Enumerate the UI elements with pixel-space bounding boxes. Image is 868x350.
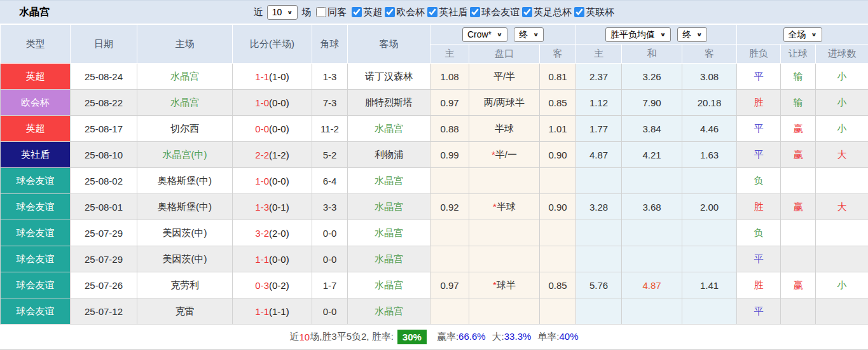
league-checkbox[interactable]	[574, 7, 584, 17]
win-rate-badge: 30%	[397, 330, 427, 344]
summary-recent-label: 近	[289, 331, 299, 343]
match-date: 25-07-29	[71, 220, 137, 246]
ah-home-odds: 0.88	[431, 116, 469, 142]
league-checkbox[interactable]	[470, 7, 480, 17]
away-cell: 腓特烈斯塔	[348, 90, 431, 116]
subcol-ah-line: 盘口	[469, 45, 540, 64]
match-row: 球会友谊25-07-29美因茨(中)1-1(0-0)0-0水晶宫平	[1, 246, 868, 272]
league-badge: 球会友谊	[1, 298, 71, 325]
stat-value: 66.6%	[458, 331, 486, 342]
odds-away	[682, 246, 737, 272]
league-badge: 球会友谊	[1, 194, 71, 220]
goals-result-cell: 小	[816, 272, 868, 298]
odds-status-select[interactable]: 终 ∨	[677, 27, 707, 42]
summary-bar: 近 10 场,胜3平5负2, 胜率: 30% 赢率:66.6%大:33.3%单率…	[0, 325, 868, 350]
ah-result-cell: 赢	[781, 194, 816, 220]
home-team-name: 奥格斯堡(中)	[158, 175, 212, 186]
subcol-odds-home: 主	[576, 45, 622, 64]
corners-cell: 0-0	[312, 246, 348, 272]
away-team-name: 水晶宫	[375, 123, 403, 134]
result-cell: 平	[737, 64, 781, 90]
league-checkbox[interactable]	[522, 7, 532, 17]
home-team-name: 克劳利	[170, 279, 199, 290]
same-venue-checkbox[interactable]	[316, 7, 326, 17]
home-cell: 奥格斯堡(中)	[137, 194, 233, 220]
result-cell: 胜	[737, 90, 781, 116]
ah-away-odds	[540, 168, 576, 194]
match-count-select[interactable]: 10 ∨	[267, 5, 298, 20]
home-team-name: 水晶宫	[170, 71, 199, 81]
bookmaker-status-value: 终	[519, 29, 528, 40]
half-time-score: (1-2)	[269, 150, 289, 160]
ah-home-odds	[431, 298, 469, 325]
goals-result-cell	[816, 298, 868, 325]
odds-away	[682, 220, 737, 246]
score-cell: 0-3(0-2)	[233, 272, 312, 298]
scope-select[interactable]: 全场 ∨	[783, 27, 822, 42]
ah-result-text: 赢	[794, 279, 803, 290]
league-checkbox[interactable]	[385, 7, 395, 17]
corners-cell: 11-2	[312, 116, 348, 142]
odds-draw	[622, 246, 682, 272]
ah-home-odds	[431, 220, 469, 246]
result-text: 胜	[754, 97, 764, 108]
ah-result-text: 输	[794, 71, 803, 81]
half-time-score: (1-1)	[269, 306, 289, 317]
score-cell: 3-2(2-0)	[233, 220, 312, 246]
odds-away: 1.41	[682, 272, 737, 298]
match-row: 欧会杯25-08-22水晶宫1-0(0-0)7-3腓特烈斯塔0.97两/两球半0…	[1, 90, 868, 116]
half-time-score: (0-0)	[269, 97, 289, 108]
bookmaker-status-select[interactable]: 终 ∨	[514, 27, 544, 42]
result-text: 负	[754, 175, 764, 186]
result-text: 平	[754, 123, 764, 134]
matches-label: 场	[301, 6, 311, 18]
league-checkbox[interactable]	[352, 7, 362, 17]
league-label: 英联杯	[586, 6, 614, 18]
odds-away: 2.00	[682, 194, 737, 220]
odds-avg-select[interactable]: 胜平负均值 ∨	[605, 27, 671, 42]
half-time-score: (0-0)	[269, 176, 289, 186]
ah-line-cell: *球半	[469, 272, 540, 298]
ah-line-cell	[469, 220, 540, 246]
ah-line-cell: 平/半	[469, 64, 540, 90]
match-row: 球会友谊25-08-02奥格斯堡(中)1-0(0-0)6-4水晶宫负	[1, 168, 868, 194]
result-text: 胜	[754, 201, 764, 212]
league-label: 英社盾	[439, 6, 467, 18]
col-header-type: 类型	[1, 25, 71, 64]
away-cell: 水晶宫	[348, 298, 431, 325]
result-text: 平	[754, 71, 764, 81]
col-header-score: 比分(半场)	[233, 25, 312, 64]
odds-home: 1.12	[576, 90, 622, 116]
home-cell: 水晶宫	[137, 64, 233, 90]
away-team-name: 诺丁汉森林	[365, 71, 413, 81]
bookmaker-select[interactable]: Crow* ∨	[462, 27, 507, 42]
odds-draw: 3.26	[622, 64, 682, 90]
league-label: 欧会杯	[396, 6, 425, 18]
score-cell: 0-0(0-0)	[233, 116, 312, 142]
ah-line-cell: *半/一	[469, 142, 540, 168]
handicap-line-text: 半球	[497, 201, 516, 212]
away-cell: 水晶宫	[348, 116, 431, 142]
handicap-group-header: Crow* ∨ 终 ∨	[431, 25, 576, 45]
odds-status-value: 终	[682, 29, 691, 40]
league-checkbox[interactable]	[427, 7, 437, 17]
match-row: 英超25-08-17切尔西0-0(0-0)11-2水晶宫0.88半球1.011.…	[1, 116, 868, 142]
league-label: 英超	[363, 6, 382, 18]
page: 水晶宫 近 10 ∨ 场 同客 英超欧会杯英社盾球会友谊英足总杯英联杯 类型	[0, 0, 868, 350]
full-time-score: 0-0	[255, 123, 269, 134]
odds-away: 3.08	[682, 64, 737, 90]
away-team-name: 水晶宫	[375, 305, 403, 316]
match-rows: 英超25-08-24水晶宫1-1(1-0)1-3诺丁汉森林1.08平/半0.81…	[1, 64, 868, 325]
odds-home	[576, 298, 622, 325]
result-text: 平	[754, 149, 764, 160]
league-badge: 英社盾	[1, 142, 71, 168]
ah-line-cell: 半球	[469, 116, 540, 142]
full-time-score: 1-1	[255, 254, 269, 265]
away-team-name: 水晶宫	[375, 175, 403, 186]
league-badge: 球会友谊	[1, 272, 71, 298]
match-row: 球会友谊25-07-26克劳利0-3(0-2)1-7水晶宫0.97*球半0.85…	[1, 272, 868, 298]
ah-away-odds: 0.85	[540, 90, 576, 116]
ah-result-text: 赢	[794, 149, 803, 160]
home-cell: 切尔西	[137, 116, 233, 142]
match-date: 25-08-01	[71, 194, 137, 220]
